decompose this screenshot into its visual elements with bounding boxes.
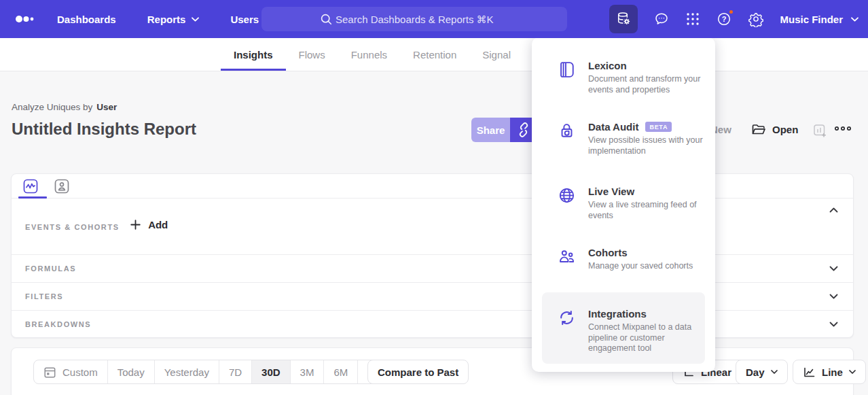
range-30d[interactable]: 30D — [252, 360, 291, 383]
menu-item-description: View a live streaming feed of events — [588, 200, 705, 221]
mixpanel-logo-icon[interactable] — [15, 14, 35, 24]
integrations-sync-icon — [558, 308, 577, 354]
tab-flows[interactable]: Flows — [286, 38, 338, 71]
section-filters[interactable]: FILTERS — [12, 282, 853, 310]
database-gear-icon — [615, 11, 632, 27]
section-label: EVENTS & COHORTS — [25, 223, 120, 231]
nav-link-dashboards[interactable]: Dashboards — [57, 14, 116, 25]
menu-item-lexicon[interactable]: Lexicon Document and transform your even… — [558, 60, 705, 95]
menu-item-description: Manage your saved cohorts — [588, 261, 705, 272]
app-screen: Dashboards Reports Users — [0, 0, 868, 395]
add-chart-icon — [812, 123, 827, 138]
search-input[interactable] — [336, 14, 509, 25]
chevron-down-icon — [849, 370, 856, 374]
svg-text:?: ? — [722, 15, 727, 23]
analyze-breadcrumb: Analyze Uniques byUser — [12, 102, 117, 112]
range-3m[interactable]: 3M — [291, 360, 325, 383]
more-options-button[interactable] — [834, 126, 852, 131]
globe-icon — [558, 186, 577, 221]
apps-grid-icon — [685, 12, 700, 27]
query-builder-panel: EVENTS & COHORTS Add FORMULAS FILTERS BR… — [11, 173, 854, 338]
share-split-button: Share — [471, 118, 537, 142]
project-switcher[interactable]: Music Finder — [780, 14, 858, 25]
book-icon — [558, 60, 577, 95]
menu-item-integrations[interactable]: Integrations Connect Mixpanel to a data … — [558, 308, 705, 354]
chevron-up-icon — [829, 207, 838, 213]
range-custom[interactable]: Custom — [34, 360, 108, 383]
chevron-down-icon — [829, 322, 838, 327]
profile-person-tab[interactable] — [54, 179, 69, 194]
top-navbar: Dashboards Reports Users — [0, 0, 868, 38]
menu-item-description: Connect Mixpanel to a data pipeline or c… — [588, 322, 705, 354]
nav-link-reports[interactable]: Reports — [147, 14, 200, 25]
chart-type-dropdown[interactable]: Line — [793, 360, 866, 384]
tab-funnels[interactable]: Funnels — [338, 38, 400, 71]
link-icon — [516, 122, 531, 137]
add-to-dashboard-button[interactable] — [812, 123, 827, 138]
section-formulas[interactable]: FORMULAS — [12, 254, 853, 282]
feedback-bubble-icon — [653, 11, 670, 27]
report-tabbar: Insights Flows Funnels Retention Signal … — [0, 38, 868, 71]
plus-icon — [130, 220, 141, 230]
nav-link-users[interactable]: Users — [230, 14, 259, 25]
compare-to-past-button[interactable]: Compare to Past — [367, 360, 469, 384]
menu-item-title: Cohorts — [588, 247, 705, 258]
chevron-down-icon — [192, 17, 199, 22]
menu-item-data-audit[interactable]: Data Audit BETA View possible issues wit… — [558, 121, 705, 156]
beta-badge: BETA — [645, 122, 672, 132]
add-label: Add — [148, 219, 168, 230]
collapse-section-button[interactable] — [829, 207, 838, 213]
settings-button[interactable] — [748, 11, 764, 27]
add-event-button[interactable]: Add — [130, 219, 168, 230]
menu-item-title: Integrations — [588, 308, 705, 320]
menu-item-cohorts[interactable]: Cohorts Manage your saved cohorts — [558, 247, 705, 272]
chevron-down-icon — [829, 294, 838, 299]
menu-item-title: Live View — [588, 186, 705, 197]
section-label: FILTERS — [25, 292, 63, 300]
share-button[interactable]: Share — [471, 118, 510, 142]
project-name: Music Finder — [780, 14, 843, 25]
folder-open-icon — [751, 122, 766, 136]
apps-grid-button[interactable] — [685, 12, 700, 27]
section-events-cohorts: EVENTS & COHORTS Add — [12, 199, 853, 254]
chart-toolbar-panel: Custom Today Yesterday 7D 30D 3M 6M 12M … — [11, 347, 854, 395]
page-title[interactable]: Untitled Insights Report — [12, 120, 196, 139]
open-label: Open — [772, 124, 798, 135]
range-yesterday[interactable]: Yesterday — [155, 360, 219, 383]
tab-retention[interactable]: Retention — [400, 38, 469, 71]
line-chart-icon — [803, 366, 816, 379]
analyze-entity[interactable]: User — [96, 102, 117, 112]
interval-dropdown[interactable]: Day — [736, 360, 788, 384]
chevron-down-icon — [771, 370, 778, 374]
data-management-button[interactable] — [609, 5, 638, 33]
search-icon — [320, 13, 333, 26]
range-today[interactable]: Today — [108, 360, 155, 383]
data-management-menu: Lexicon Document and transform your even… — [532, 37, 715, 372]
notification-dot — [728, 9, 734, 15]
menu-item-description: Document and transform your events and p… — [588, 74, 705, 95]
help-button[interactable]: ? — [716, 11, 732, 27]
calendar-icon — [43, 366, 56, 379]
chevron-down-icon — [851, 17, 858, 22]
menu-item-title: Lexicon — [588, 60, 705, 71]
builder-tabs — [12, 174, 853, 199]
range-6m[interactable]: 6M — [324, 360, 358, 383]
open-report-button[interactable]: Open — [751, 122, 798, 136]
section-breakdowns[interactable]: BREAKDOWNS — [12, 310, 853, 338]
section-label: FORMULAS — [25, 264, 76, 273]
settings-gear-icon — [748, 11, 764, 27]
analyze-prefix: Analyze Uniques by — [12, 102, 92, 112]
date-range-control: Custom Today Yesterday 7D 30D 3M 6M 12M — [33, 360, 397, 384]
tab-insights[interactable]: Insights — [221, 38, 286, 71]
insights-chart-tab[interactable] — [23, 179, 38, 194]
tab-signal[interactable]: Signal — [469, 38, 524, 71]
range-7d[interactable]: 7D — [219, 360, 252, 383]
feedback-button[interactable] — [653, 11, 670, 27]
menu-item-live-view[interactable]: Live View View a live streaming feed of … — [558, 186, 705, 221]
data-audit-lock-icon — [558, 121, 577, 156]
section-label: BREAKDOWNS — [25, 320, 91, 328]
menu-item-title: Data Audit — [588, 121, 638, 133]
chevron-down-icon — [829, 266, 838, 271]
global-search[interactable] — [261, 7, 567, 31]
nav-links: Dashboards Reports Users — [57, 14, 259, 25]
